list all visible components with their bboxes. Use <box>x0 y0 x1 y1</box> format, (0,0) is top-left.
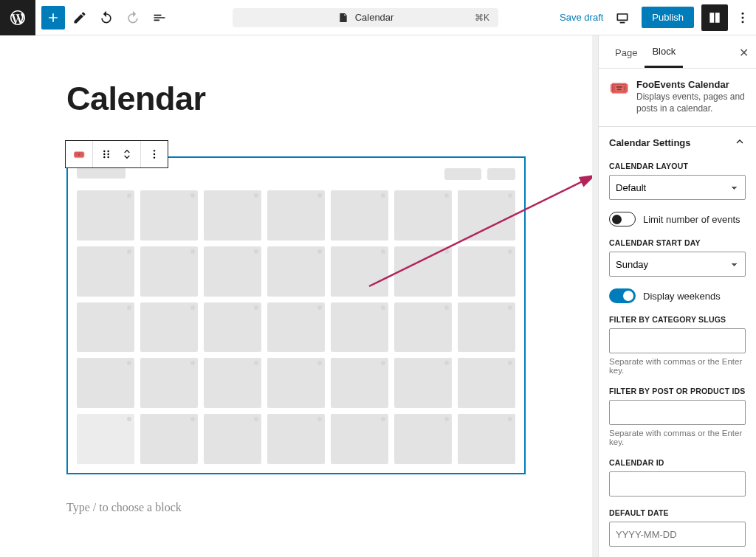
calendar-cell <box>331 246 388 297</box>
calendar-cell <box>140 190 198 241</box>
preview-button[interactable] <box>611 6 634 30</box>
calendar-cell <box>331 190 388 241</box>
chevron-up-icon <box>734 136 746 150</box>
svg-point-0 <box>742 12 744 14</box>
calendar-cell <box>458 302 515 353</box>
calendar-cell <box>140 246 198 297</box>
calendar-cell <box>394 302 452 353</box>
settings-sidebar-toggle[interactable] <box>701 4 728 31</box>
move-block-button[interactable] <box>117 144 137 165</box>
calendar-cell <box>394 246 452 297</box>
calendar-cell <box>140 414 198 464</box>
svg-point-4 <box>107 151 109 152</box>
label-display-weekends: Display weekends <box>643 291 721 302</box>
svg-point-1 <box>742 16 744 18</box>
calendar-cell <box>458 414 515 464</box>
page-icon <box>337 12 349 24</box>
block-icon[interactable]: 🎟️ <box>69 144 89 165</box>
label-filter-slug: Filter by Category Slugs <box>609 315 746 324</box>
add-block-button[interactable] <box>41 6 65 30</box>
label-filter-ids: Filter by Post or Product IDs <box>609 387 746 395</box>
select-calendar-layout[interactable]: Default <box>609 175 746 200</box>
save-draft-button[interactable]: Save draft <box>560 12 603 23</box>
calendar-cell <box>331 414 388 464</box>
close-sidebar-button[interactable]: ✕ <box>739 46 749 60</box>
calendar-cell <box>204 302 261 353</box>
calendar-cell <box>267 190 325 241</box>
document-overview-button[interactable]: Calendar ⌘K <box>233 8 498 27</box>
block-card-icon: 🎟️ <box>609 79 629 114</box>
calendar-cell <box>394 358 452 408</box>
block-appender[interactable]: Type / to choose a block <box>66 501 526 514</box>
tab-block[interactable]: Block <box>645 35 683 68</box>
svg-point-3 <box>103 151 105 152</box>
calendar-cell <box>394 414 452 464</box>
block-more-button[interactable] <box>144 144 165 165</box>
redo-button[interactable] <box>121 6 145 30</box>
calendar-cell <box>331 302 388 353</box>
settings-sidebar: Page Block ✕ 🎟️ FooEvents Calendar Displ… <box>598 35 756 557</box>
calendar-cell <box>331 358 388 408</box>
svg-point-7 <box>103 156 105 158</box>
calendar-cell <box>77 414 134 464</box>
svg-point-11 <box>154 156 155 158</box>
document-title: Calendar <box>355 12 394 23</box>
calendar-cell <box>458 190 515 241</box>
scrollbar[interactable] <box>592 35 598 557</box>
input-calendar-id[interactable] <box>609 471 746 497</box>
block-card-title: FooEvents Calendar <box>636 79 746 90</box>
label-limit-events: Limit number of events <box>643 214 740 225</box>
calendar-cell <box>140 302 198 353</box>
block-card-desc: Displays events, pages and posts in a ca… <box>636 91 746 114</box>
calendar-cell <box>204 190 261 241</box>
input-filter-ids[interactable] <box>609 400 746 425</box>
calendar-cell <box>77 246 134 297</box>
calendar-cell <box>458 358 515 408</box>
calendar-cell <box>204 246 261 297</box>
calendar-cell <box>77 358 134 408</box>
page-title[interactable]: Calendar <box>66 80 526 118</box>
help-filter-slug: Separate with commas or the Enter key. <box>609 357 746 375</box>
calendar-cell <box>267 358 325 408</box>
input-filter-slug[interactable] <box>609 328 746 353</box>
shortcut-hint: ⌘K <box>475 13 489 23</box>
calendar-cell <box>267 246 325 297</box>
label-calendar-id: Calendar ID <box>609 458 746 467</box>
calendar-cell <box>204 358 261 408</box>
tab-page[interactable]: Page <box>608 37 645 67</box>
svg-point-5 <box>103 153 105 155</box>
input-default-date[interactable] <box>609 522 746 547</box>
undo-button[interactable] <box>94 6 118 30</box>
publish-button[interactable]: Publish <box>642 7 694 28</box>
panel-calendar-settings[interactable]: Calendar Settings <box>599 126 756 159</box>
skeleton-nav <box>487 168 515 180</box>
panel-title: Calendar Settings <box>609 137 691 148</box>
document-outline-button[interactable] <box>148 6 171 30</box>
svg-point-8 <box>107 156 109 158</box>
more-options-button[interactable] <box>735 6 750 30</box>
calendar-block[interactable] <box>66 156 526 474</box>
edit-tool-button[interactable] <box>68 6 92 30</box>
help-filter-ids: Separate with commas or the Enter key. <box>609 429 746 446</box>
drag-handle-icon[interactable] <box>96 144 117 165</box>
calendar-cell <box>140 358 198 408</box>
wordpress-logo[interactable] <box>0 0 35 35</box>
toggle-limit-events[interactable] <box>609 212 636 226</box>
skeleton-nav <box>444 168 481 180</box>
calendar-cell <box>267 414 325 464</box>
calendar-cell <box>267 302 325 353</box>
calendar-cell <box>77 190 134 241</box>
calendar-cell <box>204 414 261 464</box>
toggle-display-weekends[interactable] <box>609 288 636 303</box>
svg-point-2 <box>742 21 744 23</box>
block-toolbar: 🎟️ <box>65 140 168 168</box>
svg-point-6 <box>107 153 109 155</box>
calendar-cell <box>77 302 134 353</box>
label-calendar-layout: Calendar Layout <box>609 162 746 170</box>
svg-point-9 <box>154 150 155 151</box>
calendar-grid <box>77 190 515 464</box>
label-start-day: Calendar Start Day <box>609 238 746 247</box>
svg-point-10 <box>154 153 155 155</box>
select-start-day[interactable]: Sunday <box>609 252 746 277</box>
label-default-date: Default Date <box>609 508 746 517</box>
